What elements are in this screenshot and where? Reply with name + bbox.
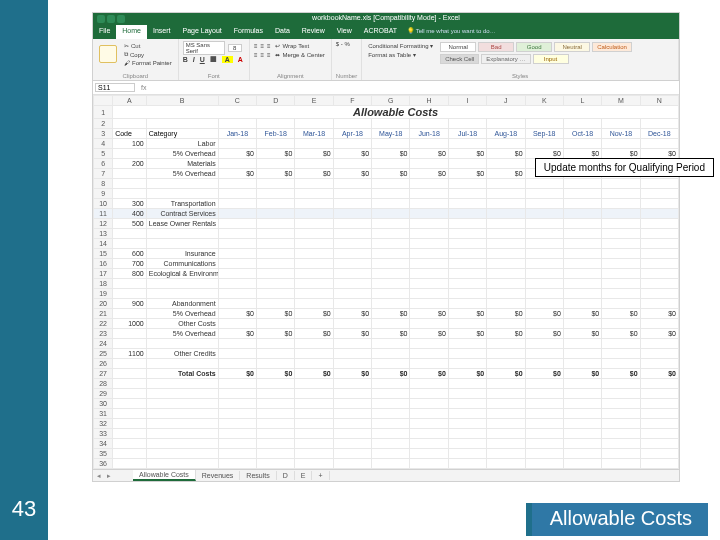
cell-code[interactable] xyxy=(113,399,147,409)
cell-value[interactable] xyxy=(602,199,640,209)
cell-value[interactable] xyxy=(448,459,486,469)
cell-value[interactable]: $0 xyxy=(487,369,525,379)
cell-value[interactable] xyxy=(410,409,448,419)
col-header-H[interactable]: H xyxy=(410,96,448,106)
cell-value[interactable]: $0 xyxy=(333,369,371,379)
cell-value[interactable] xyxy=(257,209,295,219)
style-chip-good[interactable]: Good xyxy=(516,42,552,52)
cell-value[interactable] xyxy=(563,349,601,359)
cell-value[interactable] xyxy=(640,339,678,349)
cell-value[interactable] xyxy=(410,179,448,189)
col-header-A[interactable]: A xyxy=(113,96,147,106)
cell-value[interactable] xyxy=(295,269,333,279)
col-header-J[interactable]: J xyxy=(487,96,525,106)
cell-code[interactable] xyxy=(113,279,147,289)
cell-value[interactable] xyxy=(372,209,410,219)
cell-value[interactable] xyxy=(257,239,295,249)
cell-category[interactable]: Other Costs xyxy=(146,319,218,329)
cell-value[interactable]: $0 xyxy=(333,309,371,319)
cell-value[interactable] xyxy=(218,229,256,239)
row-header-22[interactable]: 22 xyxy=(94,319,113,329)
cell-value[interactable] xyxy=(372,359,410,369)
row-header-21[interactable]: 21 xyxy=(94,309,113,319)
format-painter-button[interactable]: 🖌 Format Painter xyxy=(122,59,174,67)
tell-me-search[interactable]: 💡 Tell me what you want to do… xyxy=(403,25,679,39)
cell-value[interactable]: $0 xyxy=(448,169,486,179)
cell-value[interactable] xyxy=(257,289,295,299)
cell-value[interactable] xyxy=(563,459,601,469)
cell-code[interactable] xyxy=(113,289,147,299)
cell-value[interactable] xyxy=(525,409,563,419)
cell-value[interactable] xyxy=(333,229,371,239)
cell-code[interactable] xyxy=(113,359,147,369)
row-header-9[interactable]: 9 xyxy=(94,189,113,199)
cell-value[interactable] xyxy=(372,389,410,399)
cell-value[interactable] xyxy=(640,399,678,409)
cell-value[interactable] xyxy=(487,269,525,279)
cell-value[interactable] xyxy=(257,319,295,329)
col-header-B[interactable]: B xyxy=(146,96,218,106)
cell-value[interactable] xyxy=(602,259,640,269)
cell-value[interactable] xyxy=(563,379,601,389)
cell-value[interactable] xyxy=(602,449,640,459)
cell-value[interactable] xyxy=(333,349,371,359)
row-header-29[interactable]: 29 xyxy=(94,389,113,399)
cell-value[interactable]: $0 xyxy=(448,309,486,319)
cell-value[interactable] xyxy=(333,219,371,229)
cell-value[interactable] xyxy=(295,189,333,199)
cell-category[interactable] xyxy=(146,449,218,459)
cell-value[interactable] xyxy=(640,259,678,269)
cell-value[interactable] xyxy=(372,179,410,189)
cell-value[interactable] xyxy=(563,229,601,239)
tab-insert[interactable]: Insert xyxy=(147,25,177,39)
row-header-10[interactable]: 10 xyxy=(94,199,113,209)
cell-value[interactable] xyxy=(257,279,295,289)
cell-value[interactable] xyxy=(448,409,486,419)
cell-value[interactable] xyxy=(640,139,678,149)
cell-category[interactable] xyxy=(146,409,218,419)
cell-value[interactable] xyxy=(602,429,640,439)
cell-value[interactable] xyxy=(218,299,256,309)
cell-value[interactable] xyxy=(525,179,563,189)
cell-value[interactable] xyxy=(410,229,448,239)
cell-value[interactable]: $0 xyxy=(295,369,333,379)
cell-value[interactable]: $0 xyxy=(487,169,525,179)
cell-value[interactable] xyxy=(333,379,371,389)
cell-value[interactable] xyxy=(448,249,486,259)
cell-value[interactable] xyxy=(487,279,525,289)
cell-value[interactable]: $0 xyxy=(487,309,525,319)
cell-value[interactable] xyxy=(602,319,640,329)
style-chip-checkcell[interactable]: Check Cell xyxy=(440,54,479,64)
cell-value[interactable] xyxy=(602,339,640,349)
cell-value[interactable] xyxy=(602,439,640,449)
cell-value[interactable] xyxy=(257,439,295,449)
cell-value[interactable] xyxy=(218,339,256,349)
cell-value[interactable] xyxy=(257,269,295,279)
cell-value[interactable]: $0 xyxy=(602,369,640,379)
row-header-3[interactable]: 3 xyxy=(94,129,113,139)
cell-value[interactable] xyxy=(257,229,295,239)
cell-value[interactable] xyxy=(410,349,448,359)
cell-value[interactable] xyxy=(333,419,371,429)
cell-value[interactable] xyxy=(333,459,371,469)
cell-value[interactable] xyxy=(602,219,640,229)
cell-value[interactable]: $0 xyxy=(218,169,256,179)
row-header-5[interactable]: 5 xyxy=(94,149,113,159)
cell-value[interactable] xyxy=(525,219,563,229)
cell-value[interactable] xyxy=(563,269,601,279)
col-header-K[interactable]: K xyxy=(525,96,563,106)
cell-value[interactable] xyxy=(448,159,486,169)
cell-category[interactable]: Transportation xyxy=(146,199,218,209)
cell-value[interactable] xyxy=(295,349,333,359)
cell-value[interactable] xyxy=(410,419,448,429)
style-chip-calculation[interactable]: Calculation xyxy=(592,42,632,52)
col-header-L[interactable]: L xyxy=(563,96,601,106)
cell-value[interactable]: $0 xyxy=(410,169,448,179)
cut-button[interactable]: ✂ Cut xyxy=(122,41,174,50)
cell-value[interactable] xyxy=(487,289,525,299)
cell[interactable] xyxy=(487,119,525,129)
col-header-C[interactable]: C xyxy=(218,96,256,106)
cell-value[interactable] xyxy=(563,209,601,219)
align-left-icon[interactable]: ≡ xyxy=(254,52,258,58)
cell-value[interactable] xyxy=(563,279,601,289)
